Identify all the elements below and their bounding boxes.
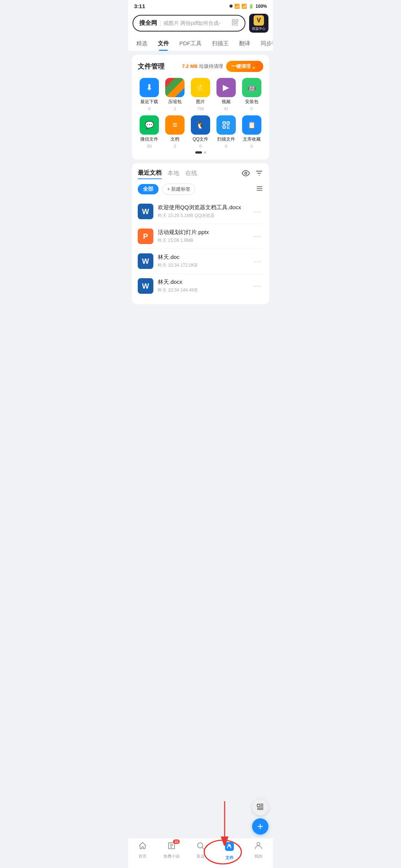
dot-active [195,151,202,154]
doc-name-2: 林天.doc [158,254,248,261]
svg-rect-2 [232,23,235,25]
clean-btn-label: 一键清理 [231,63,251,70]
qq-icon: 🐧 [191,115,210,135]
tag-add-button[interactable]: + 新建标签 [162,184,195,195]
filter-icon[interactable] [255,169,263,179]
recent-docs-header: 最近文档 本地 在线 [138,169,263,179]
doc-icon-word-2: W [138,253,153,269]
category-recent-download[interactable]: ⬇ 最近下载 0 [138,78,161,111]
doc-more-1[interactable]: ··· [252,233,263,240]
dot-inactive [204,151,206,154]
tab-jingxuan[interactable]: 精选 [131,36,153,51]
vip-v-icon: V [254,15,264,26]
nav-tabs: 精选 文件 PDF工具 扫描王 翻译 同步学 [128,36,273,51]
status-bar: 3:11 ✱ 📶 📶 🔋 100% [128,0,273,11]
doc-item-0[interactable]: W 欢迎使用QQ浏览器文档工具.docx 昨天 15:28 5.1MB QQ浏览… [138,199,263,224]
trash-info: 7.2 MB 垃圾待清理 [182,63,223,70]
doc-meta-0: 昨天 15:28 5.1MB QQ浏览器 [158,213,248,219]
doc-info-3: 林天.docx 昨天 10:34 144.4KB [158,279,248,293]
category-video[interactable]: ▶ 视频 41 [214,78,238,111]
image-icon: 🌟 [191,78,210,97]
doc-item-3[interactable]: W 林天.docx 昨天 10:34 144.4KB ··· [138,274,263,298]
list-view-icon[interactable] [256,185,263,194]
file-mgmt-title: 文件管理 [138,62,164,71]
doc-icon-ppt-1: P [138,228,153,244]
search-bar[interactable]: 搜全网 戒图片 两份pdf如何合成- [133,15,245,32]
doc-meta-2: 昨天 10:34 172.0KB [158,262,248,269]
bluetooth-icon: ✱ [229,4,233,9]
doc-item-2[interactable]: W 林天.doc 昨天 10:34 172.0KB ··· [138,249,263,274]
download-icon: ⬇ [140,78,159,97]
svg-point-6 [245,172,247,174]
tab-translate[interactable]: 翻译 [234,36,255,51]
svg-rect-5 [223,126,225,128]
status-time: 3:11 [134,3,145,9]
file-management-card: 文件管理 7.2 MB 垃圾待清理 一键清理 🧹 ⬇ 最近下载 0 [132,55,269,160]
category-library[interactable]: 📋 文库收藏 0 [240,115,263,148]
trash-label: 垃圾待清理 [199,63,223,69]
doc-icon-word-3: W [138,278,153,294]
vip-button[interactable]: V 权益中心 [249,14,268,33]
recent-tabs: 最近文档 本地 在线 [138,169,197,179]
category-doc[interactable]: ≡ 文档 5 [163,115,187,148]
battery-icon: 🔋 [248,4,254,9]
svg-rect-3 [223,122,225,124]
doc-icon-word-0: W [138,204,153,219]
scan-file-icon [216,115,236,135]
doc-name-0: 欢迎使用QQ浏览器文档工具.docx [158,204,248,211]
category-qq[interactable]: 🐧 QQ文件 0 [189,115,212,148]
tag-row: 全部 + 新建标签 [138,184,263,195]
search-placeholder: 戒图片 两份pdf如何合成- [163,20,229,27]
doc-list: W 欢迎使用QQ浏览器文档工具.docx 昨天 15:28 5.1MB QQ浏览… [138,199,263,298]
signal-icon: 📶 [241,4,247,9]
tab-recent[interactable]: 最近文档 [138,169,162,179]
doc-name-1: 活动规划幻灯片.pptx [158,229,248,236]
doc-info-1: 活动规划幻灯片.pptx 昨天 15:08 1.9MB [158,229,248,244]
doc-name-3: 林天.docx [158,279,248,286]
apk-icon: 🤖 [242,78,261,97]
category-apk[interactable]: 🤖 安装包 0 [240,78,263,111]
battery-percent: 100% [255,4,267,9]
zip-icon [165,78,185,97]
tab-online[interactable]: 在线 [185,170,197,179]
category-wechat[interactable]: 💬 微信文件 50 [138,115,161,148]
library-icon: 📋 [242,115,261,135]
clean-button[interactable]: 一键清理 🧹 [226,61,263,72]
doc-meta-1: 昨天 15:08 1.9MB [158,237,248,244]
tab-wenjian[interactable]: 文件 [153,36,174,51]
broom-icon: 🧹 [252,64,258,69]
tab-local[interactable]: 本地 [167,170,179,179]
category-scan[interactable]: 扫描文件 0 [214,115,238,148]
category-image[interactable]: 🌟 图片 756 [189,78,212,111]
category-zip[interactable]: 压缩包 2 [163,78,187,111]
page-dots [138,151,263,154]
doc-more-3[interactable]: ··· [252,282,263,290]
wechat-icon: 💬 [140,115,159,135]
recent-header-icons [242,169,263,179]
doc-item-1[interactable]: P 活动规划幻灯片.pptx 昨天 15:08 1.9MB ··· [138,224,263,249]
svg-rect-0 [232,20,235,22]
scan-icon[interactable] [231,19,239,28]
tab-scanking[interactable]: 扫描王 [207,36,234,51]
search-bar-wrap: 搜全网 戒图片 两份pdf如何合成- V 权益中心 [128,11,273,36]
doc-info-0: 欢迎使用QQ浏览器文档工具.docx 昨天 15:28 5.1MB QQ浏览器 [158,204,248,219]
trash-size: 7.2 MB [182,63,198,69]
doc-icon: ≡ [165,115,185,135]
tab-pdf[interactable]: PDF工具 [174,36,207,51]
main-content: 文件管理 7.2 MB 垃圾待清理 一键清理 🧹 ⬇ 最近下载 0 [128,51,273,334]
file-grid: ⬇ 最近下载 0 压缩包 2 🌟 图片 756 ▶ 视频 41 🤖 安装包 [138,78,263,148]
tab-sync[interactable]: 同步学 [255,36,273,51]
svg-rect-4 [227,122,229,124]
recent-docs-card: 最近文档 本地 在线 全部 + 新建标签 [132,163,269,304]
svg-rect-1 [236,20,238,22]
doc-more-2[interactable]: ··· [252,257,263,265]
wifi-icon: 📶 [234,4,240,9]
search-divider [160,20,160,26]
video-icon: ▶ [216,78,236,97]
tag-all-button[interactable]: 全部 [138,184,159,194]
doc-meta-3: 昨天 10:34 144.4KB [158,287,248,293]
eye-icon[interactable] [242,169,250,179]
doc-info-2: 林天.doc 昨天 10:34 172.0KB [158,254,248,269]
search-prefix: 搜全网 [139,19,157,27]
doc-more-0[interactable]: ··· [252,208,263,216]
